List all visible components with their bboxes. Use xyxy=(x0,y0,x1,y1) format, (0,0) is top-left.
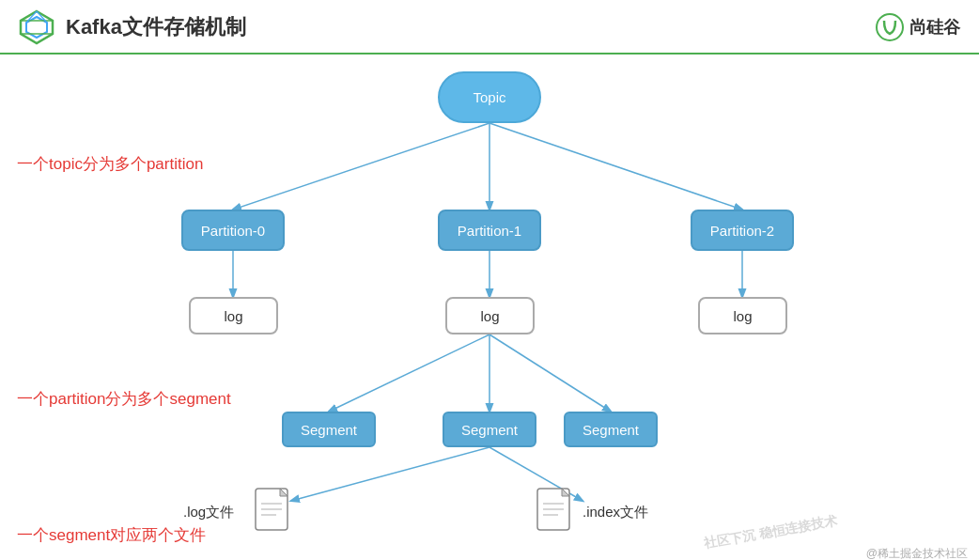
diagram-area: 一个topic分为多个partition 一个partition分为多个segm… xyxy=(0,54,979,560)
svg-point-6 xyxy=(877,14,903,40)
svg-line-16 xyxy=(291,447,490,501)
watermark: @稀土掘金技术社区 xyxy=(866,546,968,560)
partition-2-node: Partition-2 xyxy=(691,210,794,251)
brand-name: 尚硅谷 xyxy=(909,16,960,39)
partition-0-node: Partition-0 xyxy=(181,210,285,251)
log-2-node: log xyxy=(698,297,787,334)
index-file-icon xyxy=(536,487,579,539)
svg-line-15 xyxy=(490,334,611,412)
log-1-node: log xyxy=(445,297,535,334)
annotation-segment: 一个segment对应两个文件 xyxy=(17,524,206,546)
watermark-bg: 社区下沉 稳恒连接技术 xyxy=(703,513,839,553)
log-file-icon xyxy=(254,487,297,539)
brand-u-icon xyxy=(876,13,904,41)
logo-diamond-icon xyxy=(19,9,54,45)
brand-logo: 尚硅谷 xyxy=(876,13,960,41)
index-file-label: .index文件 xyxy=(583,504,648,521)
segment-0-node: Segment xyxy=(282,412,376,447)
segment-1-node: Segment xyxy=(443,412,536,447)
svg-line-7 xyxy=(233,123,490,210)
page-title: Kafka文件存储机制 xyxy=(66,13,246,41)
svg-line-9 xyxy=(490,123,742,210)
annotation-partition: 一个partition分为多个segment xyxy=(17,388,231,410)
topic-node: Topic xyxy=(438,71,541,123)
svg-line-13 xyxy=(329,334,490,412)
segment-2-node: Segment xyxy=(564,412,658,447)
header-left: Kafka文件存储机制 xyxy=(19,9,246,45)
log-0-node: log xyxy=(189,297,278,334)
log-file-label: .log文件 xyxy=(183,504,234,521)
partition-1-node: Partition-1 xyxy=(438,210,541,251)
annotation-topic: 一个topic分为多个partition xyxy=(17,153,203,175)
header: Kafka文件存储机制 尚硅谷 xyxy=(0,0,979,54)
